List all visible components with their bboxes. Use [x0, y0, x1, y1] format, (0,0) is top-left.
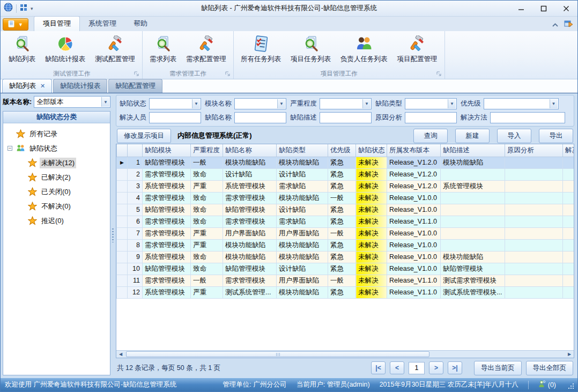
application-menu-button[interactable]: ▼ — [3, 18, 28, 31]
horizontal-scrollbar[interactable]: ◀ ▶ — [116, 350, 574, 358]
combo-arrow-icon[interactable]: ▼ — [277, 99, 285, 108]
import-button[interactable]: 导入 — [497, 129, 531, 143]
maximize-button[interactable] — [532, 1, 555, 16]
dialog-launcher-icon[interactable] — [436, 71, 441, 77]
project-task-list-button[interactable]: 项目任务列表 — [287, 33, 335, 65]
table-row[interactable]: 4需求管理模块致命需求管理模块模块功能缺陷一般未解决Release_V1.0.0 — [117, 192, 574, 204]
export-all-pages-button[interactable]: 导出全部页 — [526, 361, 574, 375]
table-cell: 致命 — [191, 263, 223, 275]
filter-defect-status-combobox[interactable]: ▼ — [149, 98, 201, 109]
defect-list-button[interactable]: 缺陷列表 — [5, 33, 39, 65]
combo-arrow-icon[interactable]: ▼ — [448, 99, 456, 108]
close-button[interactable] — [555, 1, 577, 16]
combo-arrow-icon[interactable]: ▼ — [550, 99, 558, 108]
tree-item-resolved[interactable]: 已解决(2) — [4, 170, 109, 184]
scrollbar-track[interactable] — [125, 351, 565, 358]
collapse-ribbon-icon[interactable] — [552, 20, 559, 29]
filter-defect-name-input[interactable] — [234, 112, 286, 123]
tree-item-defect-status[interactable]: −缺陷状态 — [4, 141, 109, 156]
first-page-button[interactable]: |< — [371, 361, 386, 374]
filter-severity-combobox[interactable]: ▼ — [320, 98, 372, 109]
combo-arrow-icon[interactable]: ▼ — [362, 99, 370, 108]
tree-item-all-records[interactable]: 所有记录 — [4, 127, 109, 141]
column-header[interactable]: 严重程度 — [191, 144, 223, 157]
combo-arrow-icon[interactable]: ▼ — [101, 97, 109, 107]
scrollbar-thumb[interactable] — [126, 351, 429, 357]
modify-display-items-button[interactable]: 修改显示项目 — [117, 129, 171, 143]
resize-grip-icon[interactable] — [568, 383, 574, 389]
column-header[interactable]: 原因分析 — [505, 144, 563, 157]
last-page-button[interactable]: >| — [448, 361, 462, 374]
column-header[interactable]: 优先级 — [328, 144, 356, 157]
defect-statistics-report-button[interactable]: 缺陷统计报表 — [41, 33, 89, 65]
scroll-right-icon[interactable]: ▶ — [565, 351, 574, 358]
tree-collapse-icon[interactable]: − — [8, 146, 12, 151]
filter-resolver-input[interactable] — [149, 112, 201, 123]
row-number-cell: 4 — [128, 192, 143, 204]
table-row[interactable]: 6需求管理模块致命需求管理模块需求缺陷紧急未解决Release_V1.1.0 — [117, 216, 574, 227]
filter-defect-type-combobox[interactable]: ▼ — [405, 98, 457, 109]
tree-item-postponed[interactable]: 推迟(0) — [4, 213, 109, 228]
requirement-config-management-button[interactable]: 需求配置管理 — [182, 33, 230, 65]
filter-reason-analysis-input[interactable] — [405, 112, 457, 123]
column-header[interactable]: 所属发布版本 — [387, 144, 441, 157]
new-button[interactable]: 新建 — [455, 129, 490, 143]
table-row[interactable]: 11需求管理模块一般需求管理模块用户界面缺陷一般未解决Release_V1.1.… — [117, 275, 574, 286]
tree-item-not-resolve[interactable]: 不解决(0) — [4, 199, 109, 213]
dialog-launcher-icon[interactable] — [134, 71, 139, 77]
ribbon-tab-help[interactable]: 帮助 — [125, 17, 156, 31]
quick-access-grid-icon[interactable] — [20, 4, 27, 13]
export-current-page-button[interactable]: 导出当前页 — [474, 361, 522, 375]
requirement-list-button[interactable]: 需求列表 — [146, 33, 180, 65]
doc-tab-defect-config-management[interactable]: 缺陷配置管理 — [108, 79, 162, 93]
table-row[interactable]: 2需求管理模块致命设计缺陷设计缺陷紧急未解决Release_V1.2.0 — [117, 168, 574, 180]
dialog-launcher-icon[interactable] — [225, 71, 230, 77]
project-config-management-button[interactable]: 项目配置管理 — [394, 33, 441, 65]
row-selector-cell — [117, 180, 128, 192]
filter-module-name-combobox[interactable]: ▼ — [234, 98, 286, 109]
filter-solution-input[interactable] — [490, 112, 565, 123]
page-number-input[interactable] — [409, 362, 425, 374]
combo-arrow-icon[interactable]: ▼ — [192, 99, 200, 108]
column-header[interactable]: 缺陷模块 — [143, 144, 191, 157]
tree-item-closed[interactable]: 已关闭(0) — [4, 184, 109, 199]
prev-page-button[interactable]: < — [390, 361, 404, 374]
table-cell — [505, 168, 563, 180]
ribbon-tab-system-management[interactable]: 系统管理 — [80, 17, 125, 31]
close-tab-icon[interactable]: ✕ — [40, 83, 45, 90]
table-row[interactable]: 10缺陷管理模块致命缺陷管理模块设计缺陷紧急未解决Release_V1.0.0缺… — [117, 263, 574, 275]
table-row[interactable]: 12系统管理模块严重测试系统管理...模块功能缺陷紧急未解决Release_V1… — [117, 286, 574, 298]
column-header[interactable]: 解决方法 — [563, 144, 574, 157]
next-page-button[interactable]: > — [429, 361, 443, 374]
tree-item-label: 未解决(12) — [40, 158, 76, 168]
filter-priority-combobox[interactable]: ▼ — [484, 98, 559, 109]
table-row[interactable]: ▶1缺陷管理模块一般模块功能缺陷模块功能缺陷紧急未解决Release_V1.2.… — [117, 157, 574, 168]
test-config-management-button[interactable]: 测试配置管理 — [91, 33, 139, 65]
table-row[interactable]: 8需求管理模块严重模块功能缺陷模块功能缺陷紧急未解决Release_V1.0.0 — [117, 239, 574, 251]
scroll-left-icon[interactable]: ◀ — [116, 351, 125, 358]
help-window-icon[interactable] — [564, 19, 573, 30]
doc-tab-defect-list[interactable]: 缺陷列表✕ — [2, 79, 52, 93]
export-button[interactable]: 导出 — [539, 129, 573, 143]
all-task-list-button[interactable]: 所有任务列表 — [237, 33, 285, 65]
table-row[interactable]: 9系统管理模块致命模块功能缺陷模块功能缺陷紧急未解决Release_V1.0.0… — [117, 251, 574, 263]
doc-tab-defect-statistics-report[interactable]: 缺陷统计报表 — [53, 79, 107, 93]
filter-defect-description-input[interactable] — [320, 112, 372, 123]
quick-access-caret-icon[interactable]: ▾ — [31, 6, 33, 11]
table-row[interactable]: 7需求管理模块严重用户界面缺陷用户界面缺陷一般未解决Release_V1.0.0 — [117, 227, 574, 239]
tree-item-unresolved[interactable]: 未解决(12) — [4, 156, 109, 170]
column-header[interactable]: 缺陷状态 — [356, 144, 387, 157]
column-header[interactable]: 缺陷名称 — [223, 144, 277, 157]
table-row[interactable]: 5缺陷管理模块致命缺陷管理模块设计缺陷紧急未解决Release_V1.0.0 — [117, 204, 574, 216]
table-row[interactable]: 3系统管理模块严重系统管理模块需求缺陷紧急未解决Release_V1.2.0系统… — [117, 180, 574, 192]
column-header[interactable]: 缺陷描述 — [441, 144, 505, 157]
ribbon-tab-project-management[interactable]: 项目管理 — [34, 16, 80, 31]
sidebar-splitter[interactable] — [110, 93, 115, 378]
owner-task-list-button[interactable]: 负责人任务列表 — [337, 33, 391, 65]
defect-status-cell: 未解决 — [356, 263, 387, 275]
query-button[interactable]: 查询 — [413, 129, 448, 143]
table-cell: 一般 — [191, 275, 223, 286]
minimize-button[interactable] — [510, 1, 532, 16]
version-combobox[interactable]: 全部版本 ▼ — [34, 96, 110, 108]
column-header[interactable]: 缺陷类型 — [277, 144, 328, 157]
